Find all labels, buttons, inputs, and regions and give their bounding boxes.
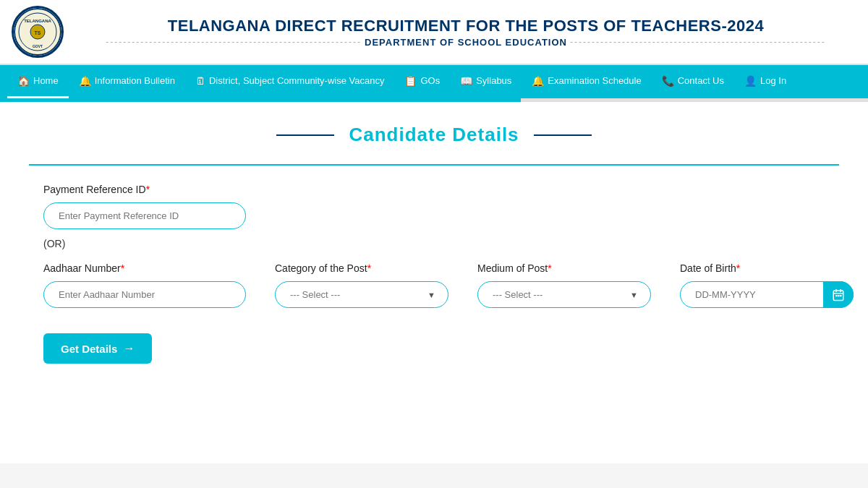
aadhaar-group: Aadhaar Number*: [43, 262, 246, 308]
dob-label: Date of Birth*: [680, 262, 854, 274]
building-icon: 🗓: [195, 75, 205, 87]
calendar-icon[interactable]: [823, 281, 854, 308]
svg-text:GOVT: GOVT: [33, 44, 43, 48]
header-text: TELANGANA DIRECT RECRUITMENT FOR THE POS…: [75, 17, 856, 48]
category-select-wrapper: --- Select --- SGT SA LP PET: [275, 281, 448, 308]
nav-item-information-bulletin[interactable]: 🔔 Information Bulletin: [69, 65, 185, 98]
or-label: (OR): [43, 238, 825, 249]
title-line-left: [276, 134, 334, 136]
header-subtitle: DEPARTMENT OF SCHOOL EDUCATION: [365, 37, 567, 48]
svg-text:TS: TS: [35, 30, 41, 35]
svg-rect-10: [835, 295, 837, 296]
nav-item-home[interactable]: 🏠 Home: [7, 65, 69, 98]
required-asterisk-payment: *: [146, 184, 150, 195]
required-asterisk-aadhaar: *: [121, 262, 124, 274]
category-select[interactable]: --- Select --- SGT SA LP PET: [275, 281, 448, 308]
nav-label-syllabus: Syllabus: [476, 75, 511, 86]
doc-icon: 📋: [404, 75, 417, 87]
medium-select-wrapper: --- Select --- Telugu English Urdu Hindi: [477, 281, 651, 308]
logo: TELANGANA TS GOVT: [12, 6, 64, 58]
category-group: Category of the Post* --- Select --- SGT…: [275, 262, 448, 308]
nav-label-login: Log In: [760, 75, 786, 86]
home-icon: 🏠: [17, 75, 30, 87]
nav-item-district-vacancy[interactable]: 🗓 District, Subject Community-wise Vacan…: [185, 65, 395, 98]
required-asterisk-dob: *: [736, 262, 740, 274]
fields-row: Aadhaar Number* Category of the Post* --…: [43, 262, 825, 308]
section-divider: [29, 164, 839, 166]
get-details-button[interactable]: Get Details →: [43, 333, 152, 364]
nav-item-exam-schedule[interactable]: 🔔 Examination Schedule: [522, 65, 651, 98]
nav-label-contact: Contact Us: [678, 75, 724, 86]
title-line-right: [534, 134, 592, 136]
medium-group: Medium of Post* --- Select --- Telugu En…: [477, 262, 651, 308]
svg-rect-11: [838, 295, 839, 296]
nav-label-gos: GOs: [420, 75, 440, 86]
category-label: Category of the Post*: [275, 262, 448, 274]
nav-item-gos[interactable]: 📋 GOs: [394, 65, 450, 98]
nav-item-contact[interactable]: 📞 Contact Us: [652, 65, 734, 98]
medium-label: Medium of Post*: [477, 262, 651, 274]
header-subtitle-line: ----------------------------------------…: [106, 37, 825, 48]
nav-label-home: Home: [33, 75, 59, 86]
aadhaar-label: Aadhaar Number*: [43, 262, 246, 274]
nav-item-login[interactable]: 👤 Log In: [734, 65, 796, 98]
nav-label-exam: Examination Schedule: [548, 75, 641, 86]
header: TELANGANA TS GOVT TELANGANA DIRECT RECRU…: [0, 0, 868, 65]
payment-ref-label: Payment Reference ID*: [43, 184, 825, 195]
form-section: Payment Reference ID* (OR) Aadhaar Numbe…: [29, 184, 839, 364]
svg-text:TELANGANA: TELANGANA: [24, 19, 51, 23]
required-asterisk-medium: *: [548, 262, 551, 274]
book-icon: 📖: [460, 75, 472, 87]
nav-label-information: Information Bulletin: [95, 75, 175, 86]
bell-icon-exam: 🔔: [532, 75, 544, 87]
aadhaar-input[interactable]: [43, 281, 246, 308]
nav-item-syllabus[interactable]: 📖 Syllabus: [450, 65, 522, 98]
medium-select[interactable]: --- Select --- Telugu English Urdu Hindi: [477, 281, 651, 308]
header-dashes-left: ----------------------------------------…: [106, 37, 362, 47]
svg-rect-12: [840, 295, 841, 296]
navbar: 🏠 Home 🔔 Information Bulletin 🗓 District…: [0, 65, 868, 98]
arrow-right-icon: →: [123, 342, 135, 355]
nav-label-district: District, Subject Community-wise Vacancy: [209, 75, 385, 86]
bell-icon-info: 🔔: [79, 75, 91, 87]
header-dashes-right: ----------------------------------------…: [570, 37, 826, 47]
main-content: Candidate Details Payment Reference ID* …: [0, 102, 868, 463]
get-details-label: Get Details: [61, 343, 117, 355]
user-icon: 👤: [744, 75, 757, 87]
section-title-wrapper: Candidate Details: [29, 124, 839, 146]
dob-group: Date of Birth*: [680, 262, 854, 308]
dob-wrapper: [680, 281, 854, 308]
section-title: Candidate Details: [349, 124, 519, 146]
required-asterisk-category: *: [367, 262, 371, 274]
payment-ref-input[interactable]: [43, 202, 246, 229]
phone-icon: 📞: [662, 75, 674, 87]
header-title: TELANGANA DIRECT RECRUITMENT FOR THE POS…: [168, 17, 764, 35]
